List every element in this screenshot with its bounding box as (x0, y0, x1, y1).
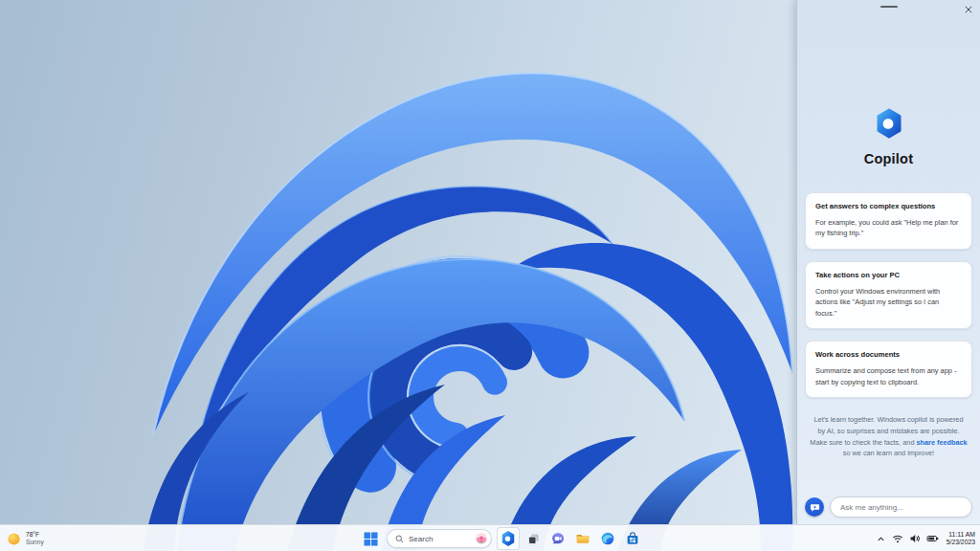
clock-date: 5/23/2023 (947, 539, 975, 547)
taskbar-search-box[interactable]: Search (387, 529, 492, 548)
share-feedback-link[interactable]: share feedback (917, 438, 968, 447)
taskbar: 78°F Sunny Search (0, 524, 980, 551)
weather-condition: Sunny (26, 539, 44, 546)
disclaimer-text: so we can learn and improve! (843, 449, 934, 457)
desktop-screen: Copilot Get answers to complex questions… (0, 0, 980, 551)
desktop-wallpaper[interactable] (0, 0, 796, 551)
chat-input-row (805, 496, 972, 518)
microsoft-store-icon (625, 531, 640, 546)
hidden-icons-button[interactable] (874, 528, 888, 549)
card-body: Control your Windows environment with ac… (815, 286, 962, 319)
weather-text: 78°F Sunny (26, 531, 44, 546)
suggestion-cards: Get answers to complex questions For exa… (805, 192, 972, 409)
windows-logo-icon (364, 532, 378, 546)
panel-spacer (797, 459, 980, 496)
card-body: Summarize and compose text from any app … (815, 365, 962, 387)
copilot-hexagon-icon (874, 108, 904, 139)
clock-time: 11:11 AM (947, 531, 975, 540)
file-explorer-folder-icon (575, 531, 590, 546)
panel-close-button[interactable] (962, 3, 975, 16)
copilot-panel: Copilot Get answers to complex questions… (796, 0, 980, 524)
chat-button[interactable] (546, 527, 569, 550)
close-icon (965, 6, 972, 13)
search-label: Search (409, 535, 475, 543)
bloom-wallpaper-art (0, 0, 796, 551)
battery-icon (926, 533, 939, 544)
new-topic-button[interactable] (805, 497, 824, 517)
taskbar-center-apps: Search (358, 525, 645, 551)
taskbar-clock[interactable]: 11:11 AM 5/23/2023 (947, 531, 975, 547)
start-button[interactable] (359, 527, 382, 550)
file-explorer-button[interactable] (571, 527, 594, 550)
edge-browser-button[interactable] (596, 527, 619, 550)
copilot-icon (501, 531, 516, 546)
copilot-logo (797, 108, 980, 139)
task-view-icon (526, 532, 541, 546)
card-body: For example, you could ask "Help me plan… (815, 217, 962, 239)
ask-me-anything-input[interactable] (830, 496, 972, 518)
panel-title: Copilot (797, 151, 980, 166)
battery-button[interactable] (925, 528, 940, 549)
microsoft-store-button[interactable] (621, 527, 644, 550)
chevron-up-icon (876, 534, 886, 544)
card-title: Get answers to complex questions (815, 202, 962, 210)
card-complex-questions[interactable]: Get answers to complex questions For exa… (805, 192, 972, 250)
weather-temperature: 78°F (26, 531, 44, 539)
panel-drag-handle[interactable] (880, 6, 898, 8)
teams-chat-icon (550, 531, 566, 546)
wifi-button[interactable] (891, 528, 905, 549)
chat-bubble-icon (810, 502, 820, 513)
card-take-actions[interactable]: Take actions on your PC Control your Win… (805, 261, 972, 329)
system-tray: 11:11 AM 5/23/2023 (874, 525, 975, 551)
speaker-icon (909, 533, 921, 544)
search-icon (395, 535, 404, 543)
taskbar-copilot-button[interactable] (497, 527, 520, 550)
card-title: Take actions on your PC (815, 271, 962, 279)
card-work-documents[interactable]: Work across documents Summarize and comp… (805, 341, 972, 398)
wifi-icon (892, 533, 903, 544)
task-view-button[interactable] (522, 527, 545, 550)
edge-browser-icon (600, 531, 615, 546)
search-highlight-lotus-icon (475, 532, 488, 545)
card-title: Work across documents (815, 350, 962, 359)
widgets-weather-button[interactable]: 78°F Sunny (7, 525, 44, 551)
ai-disclaimer: Let's learn together. Windows copilot is… (810, 414, 968, 459)
volume-button[interactable] (908, 528, 923, 549)
sun-icon (7, 532, 21, 546)
